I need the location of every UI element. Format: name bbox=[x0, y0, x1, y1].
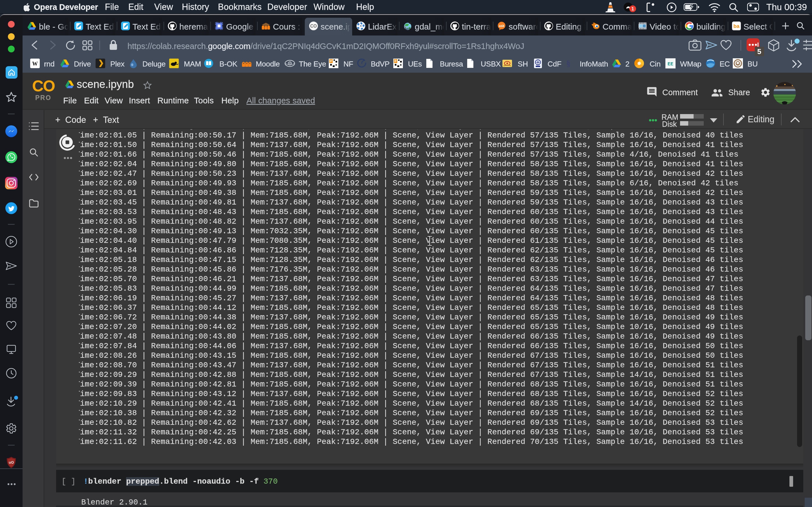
svg-text:5: 5 bbox=[757, 47, 761, 56]
svg-text:§: § bbox=[566, 59, 571, 68]
svg-text:ask: ask bbox=[499, 24, 504, 28]
svg-text:CO: CO bbox=[310, 24, 317, 29]
svg-text:W: W bbox=[32, 61, 38, 67]
svg-text:ba: ba bbox=[733, 23, 740, 29]
svg-text:uO: uO bbox=[9, 460, 14, 464]
svg-text:P: P bbox=[330, 59, 332, 63]
svg-text:EE: EE bbox=[668, 61, 673, 67]
svg-text:1: 1 bbox=[631, 6, 634, 11]
svg-text:GDAL: GDAL bbox=[405, 27, 412, 30]
svg-text:P: P bbox=[395, 59, 396, 63]
